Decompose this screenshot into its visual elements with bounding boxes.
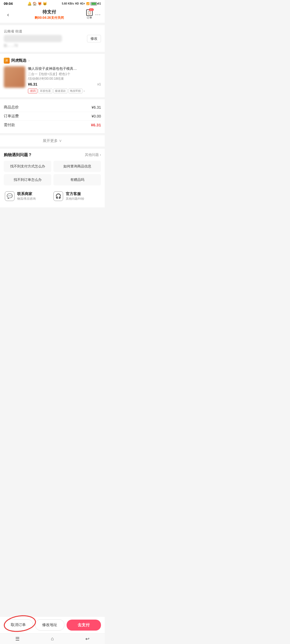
product-name: 懒人压饺子皮神器包包子模具… [28,66,101,71]
battery-fill [91,3,96,5]
tag-damage-return: 坏损包退 [38,89,52,93]
countdown-prefix: 剩 [35,16,38,20]
product-tags: -赔四 坏损包退 极速退款 晚发即赔 › [28,89,101,93]
tags-more-arrow: › [84,89,85,93]
battery-percent: 61 [98,2,101,5]
shop-avatar: 虎 [4,58,10,64]
help-section: 购物遇到问题？ 其他问题 › 找不到支付方式怎么办 如何查询商品信息 找不到订单… [0,149,105,207]
status-right: 5.60 KB/s HD 4G+ 📶 61 [62,2,101,5]
pay-label: 需付款 [4,123,15,127]
total-value: ¥6.31 [92,105,101,109]
address-detail-blurred [4,35,62,42]
wifi-icon: 📶 [86,2,89,5]
page-title: 待支付 [12,9,86,15]
contact-merchant-name: 联系商家 [17,192,36,196]
network-type: HD [75,2,79,5]
shop-name[interactable]: 阿虎甄选 [11,58,26,63]
address-section: 云南省 街道 彭... ...72 修改 [0,25,105,52]
help-header: 购物遇到问题？ 其他问题 › [4,152,101,158]
address-person-blurred: 彭... ...72 [4,43,101,48]
order-badge: 11 [89,8,94,11]
shipping-label: 订单运费 [4,114,19,119]
product-qty: x1 [97,82,101,86]
contact-official-icon: 🎧 [53,191,63,201]
product-row: 懒人压饺子皮神器包包子模具… 二合一【包饺+压皮】橙色1个/活动倒计时00:00… [4,66,101,93]
contact-official-text: 官方客服 其他问题/纠纷 [66,192,84,201]
more-button[interactable]: ··· [95,12,101,17]
header-center: 待支付 剩00:04:26支付关闭 [12,9,86,20]
notification-icons: 🔔 🏠 🦊 😺 [27,2,47,6]
help-grid: 找不到支付方式怎么办 如何查询商品信息 找不到订单怎么办 有赠品吗 [4,161,101,185]
order-label: 订单 [87,16,92,20]
product-spec: 二合一【包饺+压皮】橙色1个/活动倒计时00:00:18结束 [28,72,101,81]
price-section: 商品总价 ¥6.31 订单运费 ¥0.00 需付款 ¥6.31 [0,99,105,133]
help-item-payment[interactable]: 找不到支付方式怎么办 [4,161,51,172]
help-title: 购物遇到问题？ [4,152,32,158]
contact-official-name: 官方客服 [66,192,84,196]
status-time: 09:04 [4,2,13,6]
pay-value: ¥6.31 [91,123,101,127]
contact-row: 💬 联系商家 物流/售后咨询 🎧 官方客服 其他问题/纠纷 [4,189,101,204]
total-label: 商品总价 [4,105,19,110]
pay-amount-row: 需付款 ¥6.31 [4,121,101,129]
contact-official[interactable]: 🎧 官方客服 其他问题/纠纷 [52,189,101,204]
help-item-gift[interactable]: 有赠品吗 [53,174,101,185]
countdown-value: 00:04:26 [38,16,51,20]
product-info: 懒人压饺子皮神器包包子模具… 二合一【包饺+压皮】橙色1个/活动倒计时00:00… [28,66,101,93]
address-region: 云南省 街道 [4,29,101,34]
network-speed: 5.60 KB/s [62,2,74,5]
countdown-text: 剩00:04:26支付关闭 [12,16,86,20]
other-issues-link[interactable]: 其他问题 › [85,152,101,157]
expand-more-button[interactable]: 展开更多 ∨ [0,135,105,147]
countdown-suffix: 支付关闭 [51,16,64,20]
back-button[interactable]: ‹ [4,10,12,19]
shop-header: 虎 阿虎甄选 › [4,58,101,64]
total-price-row: 商品总价 ¥6.31 [4,103,101,112]
page-header: ‹ 待支付 剩00:04:26支付关闭 📋 11 订单 ··· [0,7,105,23]
help-item-product-info[interactable]: 如何查询商品信息 [53,161,101,172]
signal-type: 4G+ [80,2,85,5]
product-price: ¥6.31 [28,82,37,86]
battery-indicator [90,2,97,5]
order-icon-button[interactable]: 📋 11 订单 [86,9,93,20]
tag-compensation: -赔四 [28,89,37,93]
contact-merchant-icon: 💬 [5,191,15,201]
help-item-order[interactable]: 找不到订单怎么办 [4,174,51,185]
order-icon: 📋 11 [86,9,93,16]
contact-merchant[interactable]: 💬 联系商家 物流/售后咨询 [4,189,52,204]
shop-product-section: 虎 阿虎甄选 › 懒人压饺子皮神器包包子模具… 二合一【包饺+压皮】橙色1个/活… [0,54,105,97]
shop-arrow-icon: › [28,59,30,63]
shipping-value: ¥0.00 [92,114,101,118]
tag-fast-refund: 极速退款 [53,89,67,93]
contact-official-sub: 其他问题/纠纷 [66,197,84,201]
contact-merchant-sub: 物流/售后咨询 [17,197,36,201]
tag-late-ship: 晚发即赔 [68,89,82,93]
product-price-row: ¥6.31 x1 [28,82,101,86]
shipping-row: 订单运费 ¥0.00 [4,112,101,121]
product-image [4,66,25,88]
contact-merchant-text: 联系商家 物流/售后咨询 [17,192,36,201]
status-bar: 09:04 🔔 🏠 🦊 😺 5.60 KB/s HD 4G+ 📶 61 [0,0,105,7]
header-right: 📋 11 订单 ··· [86,9,101,20]
edit-address-button[interactable]: 修改 [87,35,101,42]
